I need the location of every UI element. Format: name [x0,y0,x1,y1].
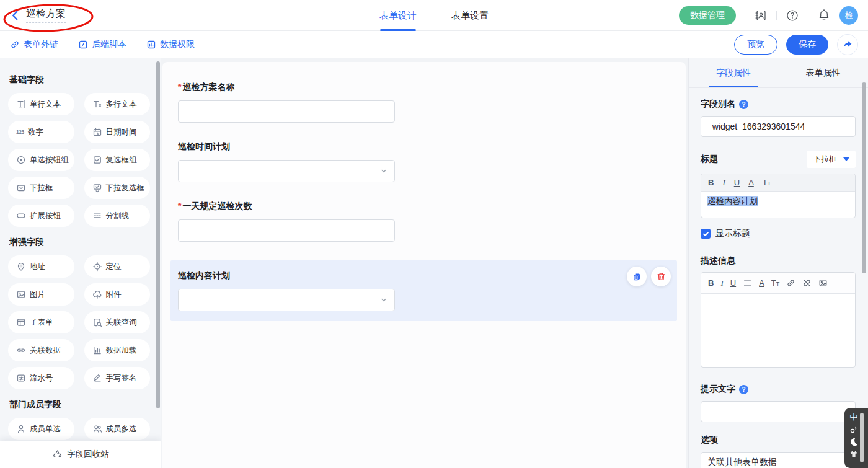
delete-field-button[interactable] [651,267,671,286]
field-pill-number[interactable]: 123数字 [8,121,74,143]
image-icon[interactable] [818,278,828,288]
backend-script-link[interactable]: 后端脚本 [78,39,126,50]
preview-button[interactable]: 预览 [734,35,777,55]
shirt-icon[interactable] [849,449,859,459]
page-title[interactable]: 巡检方案 [26,7,66,23]
field-pill-member-multi[interactable]: 成员多选 [84,418,151,440]
field-pill-locate[interactable]: 定位 [84,255,151,278]
field-select[interactable] [178,160,395,182]
description-label: 描述信息 [701,255,735,267]
recycle-icon [52,449,63,460]
align-icon[interactable] [743,278,752,288]
font-size-icon[interactable]: TT [763,179,771,187]
punctuation-icon[interactable] [849,425,859,435]
section-title: 部门成员字段 [9,399,150,410]
widget-type-dropdown[interactable]: 下拉框 [807,151,856,168]
field-pill-image[interactable]: 图片 [8,283,74,306]
italic-icon[interactable]: I [720,279,723,287]
tab-field-properties[interactable]: 字段属性 [689,58,779,87]
bold-icon[interactable]: B [708,179,714,187]
underline-icon[interactable]: U [734,179,740,187]
share-button[interactable] [837,34,858,55]
canvas-field[interactable]: 巡检时间计划 [178,141,677,182]
field-pill-label: 分割线 [106,211,130,221]
canvas-field[interactable]: *巡检方案名称 [178,82,677,123]
field-pill-label: 下拉复选框 [106,183,145,193]
help-icon[interactable]: ? [739,100,748,109]
panel-scrollbar[interactable] [862,82,866,273]
field-pill-serial-number[interactable]: 流水号 [8,367,74,389]
form-canvas-card: *巡检方案名称巡检时间计划*一天规定巡检次数巡检内容计划 [162,62,686,468]
ime-language-indicator[interactable]: 中 [850,412,858,422]
description-editor-content[interactable] [701,294,855,367]
form-canvas: *巡检方案名称巡检时间计划*一天规定巡检次数巡检内容计划 [161,58,688,468]
field-pill-address[interactable]: 地址 [8,255,74,278]
field-pill-select[interactable]: 下拉框 [8,177,74,199]
field-pill-label: 下拉框 [30,183,53,193]
required-asterisk: * [178,201,181,211]
share-arrow-icon [842,39,853,50]
back-chevron-icon[interactable] [10,10,21,21]
help-icon[interactable]: ? [739,385,748,394]
section-title: 基础字段 [9,74,150,86]
field-pill-member-single[interactable]: 成员单选 [8,418,74,440]
unlink-icon[interactable] [802,278,812,288]
field-pill-attachment[interactable]: 附件 [84,283,151,306]
title-editor-content[interactable]: 巡检内容计划 [701,192,855,218]
show-title-checkbox[interactable] [701,229,711,239]
address-book-icon[interactable] [754,9,768,22]
field-pill-label: 地址 [30,262,45,272]
canvas-field[interactable]: *一天规定巡检次数 [178,201,677,242]
field-label: 巡检内容计划 [178,270,670,281]
field-pill-signature[interactable]: 手写签名 [84,367,151,389]
save-button[interactable]: 保存 [786,35,828,55]
font-color-icon[interactable]: A [748,179,754,187]
field-pill-extend-button[interactable]: 扩展按钮 [8,205,74,227]
options-input[interactable]: 关联其他表单数据 [701,452,856,468]
field-pill-linked-query[interactable]: 关联查询 [84,311,151,333]
tab-form-properties[interactable]: 表单属性 [779,58,868,87]
field-pill-datetime[interactable]: 日期时间 [84,121,151,143]
field-pill-checkbox-group[interactable]: 复选框组 [84,149,151,171]
tab-form-design[interactable]: 表单设计 [379,0,417,31]
bell-icon[interactable] [817,9,831,22]
field-pill-text-multi[interactable]: 多行文本 [84,93,151,115]
field-alias-label: 字段别名 [701,99,735,110]
ime-scrollbar[interactable] [860,413,864,462]
tab-form-settings[interactable]: 表单设置 [451,0,489,31]
bold-icon[interactable]: B [708,279,714,287]
field-input[interactable] [178,100,395,123]
canvas-field-selected[interactable]: 巡检内容计划 [170,260,677,321]
hint-text-input[interactable] [701,401,856,422]
divider [808,11,808,20]
form-external-link[interactable]: 表单外链 [10,39,58,50]
data-permission-icon [146,40,156,50]
field-pill-radio-group[interactable]: 单选按钮组 [8,149,74,171]
field-pill-divider-line[interactable]: 分割线 [84,205,151,227]
data-permission-link[interactable]: 数据权限 [146,39,195,50]
sidebar-scrollbar[interactable] [156,61,160,408]
data-manage-button[interactable]: 数据管理 [679,6,736,25]
font-color-icon[interactable]: A [759,279,764,287]
field-input[interactable] [178,219,395,242]
field-select[interactable] [178,289,395,311]
properties-panel: 字段属性 表单属性 字段别名 ? _widget_1663293601544 标… [688,58,868,468]
link-icon[interactable] [786,278,795,288]
field-alias-input[interactable]: _widget_1663293601544 [701,116,856,137]
field-pill-label: 图片 [30,289,45,300]
field-pill-subform[interactable]: 子表单 [8,311,74,333]
italic-icon[interactable]: I [722,179,725,187]
field-pill-label: 关联数据 [30,345,61,356]
font-size-icon[interactable]: TT [771,279,779,287]
moon-icon[interactable] [849,437,859,447]
field-pill-text-single[interactable]: 单行文本 [8,93,74,115]
help-icon[interactable] [786,9,799,22]
avatar[interactable]: 检 [839,6,858,25]
underline-icon[interactable]: U [730,279,736,287]
field-pill-multi-select[interactable]: 下拉复选框 [84,177,151,199]
script-icon [78,40,88,50]
field-pill-linked-data[interactable]: 关联数据 [8,339,74,361]
field-pill-data-load[interactable]: 数据加载 [84,339,151,361]
field-recycle-bin[interactable]: 字段回收站 [0,441,161,468]
copy-field-button[interactable] [627,267,647,286]
